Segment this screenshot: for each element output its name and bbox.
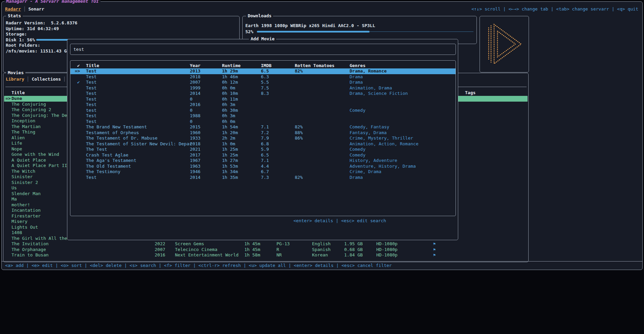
movie-title: Sinister (12, 174, 33, 180)
result-row[interactable]: Test00h 0m (70, 119, 456, 125)
result-title: Test (86, 91, 96, 97)
result-title: The Old Testament (86, 164, 131, 169)
result-row[interactable]: The Brand New Testament20151h 54m7.182%C… (70, 124, 456, 130)
result-title: Test (86, 175, 96, 181)
movie-row[interactable]: The Invitation2022Screen Gems1h 45mPG-13… (4, 241, 528, 247)
result-row[interactable]: The Old Testament19631h 53m4.4Adventure,… (70, 164, 456, 169)
movie-studio: Screen Gems (175, 241, 204, 247)
result-genres: Drama (350, 175, 363, 181)
movie-studio: Telecinco Cinema (175, 247, 217, 253)
result-imdb: 7.3 (261, 175, 269, 181)
movie-title: Alien (12, 135, 25, 141)
managarr-logo-icon (480, 16, 528, 71)
result-row[interactable]: The Testament of Dr. Mabuse19332h 2m7.98… (70, 135, 456, 141)
movie-title: Us (12, 185, 17, 191)
keybinding-hints-top: <↑↓> scroll | <←→> change tab | <tab> ch… (471, 6, 638, 12)
movie-title: Life (12, 141, 22, 146)
result-genres: Drama, Romance (350, 68, 387, 74)
result-genres: Comedy (350, 108, 365, 113)
result-imdb: 6.8 (261, 141, 269, 147)
result-runtime: 2h 2m (222, 135, 235, 141)
movie-title: A Quiet Place Part II (12, 163, 67, 169)
result-runtime: 1h 27m (222, 158, 238, 164)
results-header-imdb: IMDB (261, 63, 271, 68)
tab-radarr[interactable]: Radarr (5, 6, 21, 12)
movie-title: Dune (12, 96, 22, 102)
result-imdb: 5.9 (261, 147, 269, 152)
movie-size: 1.84 GB (344, 252, 363, 258)
result-row[interactable]: test00h 30mComedy (70, 108, 456, 113)
result-runtime: 0h 10m (222, 91, 238, 97)
result-row[interactable]: Test20160h 3m (70, 102, 456, 108)
movie-size: 0.68 GB (344, 247, 363, 253)
result-row[interactable]: The Test20211h 25m5.9Comedy (70, 147, 456, 152)
result-row[interactable]: =>Test20131h 29m6.582%Drama, Romance (70, 68, 456, 74)
result-imdb: 7.1 (261, 158, 269, 164)
result-title: Test (86, 68, 96, 74)
result-year: 2021 (190, 147, 200, 152)
result-year: 2018 (190, 74, 200, 80)
result-title: Crash Test Aglae (86, 152, 128, 158)
result-year: 1999 (190, 85, 200, 91)
result-year: 0 (190, 97, 193, 102)
movie-title: The Conjuring 2 (12, 107, 51, 113)
tab-separator: │ (27, 77, 29, 82)
movie-title: Misery (12, 219, 27, 225)
movie-title: The Orphanage (12, 247, 46, 253)
tab-sonarr[interactable]: Sonarr (28, 6, 44, 12)
movie-year: 2022 (155, 241, 165, 247)
result-year: 2016 (190, 102, 200, 108)
result-imdb: 5.5 (261, 80, 269, 85)
movie-title: Lights Out (12, 225, 38, 230)
result-title: Test (86, 85, 96, 91)
result-row[interactable]: Test00h 11m (70, 97, 456, 102)
result-runtime: 1h 34m (222, 169, 238, 175)
result-title: The Aga's Testament (86, 158, 136, 164)
movie-row[interactable]: Train to Busan2016Next Entertainment Wor… (4, 252, 528, 258)
tab-library[interactable]: Library (6, 77, 24, 82)
result-check: => (75, 68, 80, 74)
result-row[interactable]: Test20181h 46m6.3Drama (70, 74, 456, 80)
result-runtime: 0h 3m (222, 113, 235, 119)
movie-title: 1408 (12, 230, 22, 236)
result-year: 1933 (190, 135, 200, 141)
result-row[interactable]: Test20140h 10m8.3Drama, Science Fiction (70, 91, 456, 97)
movie-quality: HD-1080p (376, 241, 398, 247)
result-genres: Comedy, Fantasy (350, 124, 389, 130)
result-year: 1963 (190, 164, 200, 169)
result-row[interactable]: The Testimony19461h 34m6.7Crime, Drama (70, 169, 456, 175)
result-row[interactable]: The Testament of Sister New Devil: Depar… (70, 141, 456, 147)
movie-title: The Invitation (12, 241, 49, 247)
result-row[interactable]: Test19990h 0m7.5Animation, Drama (70, 85, 456, 91)
result-title: Test (86, 97, 96, 102)
result-runtime: 0h 30m (222, 108, 238, 113)
result-row[interactable]: ✔Test20070h 12m5.5Drama (70, 80, 456, 85)
result-year: 0 (190, 108, 193, 113)
movie-title: The Witch (12, 169, 35, 174)
result-row[interactable]: Test19880h 3m (70, 113, 456, 119)
result-row[interactable]: Test20141h 35m7.382%Drama (70, 175, 456, 181)
movie-rating: NR (276, 252, 282, 258)
result-year: 1946 (190, 169, 200, 175)
result-row[interactable]: Crash Test Aglae20171h 25m6.5Comedy (70, 152, 456, 158)
keybinding-hints-bottom: <a> add | <e> edit | <o> sort | <del> de… (5, 263, 392, 268)
tab-collections[interactable]: Collections (32, 77, 61, 82)
stat-version: Radarr Version:5.2.6.8376 (6, 20, 77, 26)
result-year: 2015 (190, 124, 200, 130)
add-movie-modal-hint: <enter> details | <esc> edit search (293, 218, 386, 223)
result-row[interactable]: Testament of Orpheus19601h 20m7.288%Fant… (70, 130, 456, 136)
result-year: 0 (190, 119, 193, 125)
result-imdb: 6.3 (261, 74, 269, 80)
result-runtime: 1h 0m (222, 141, 235, 147)
result-runtime: 1h 46m (222, 74, 238, 80)
logo-panel (480, 16, 529, 72)
movie-title: Incantation (12, 208, 41, 213)
movie-language: Korean (312, 252, 328, 258)
add-movie-search-input[interactable] (70, 44, 456, 55)
result-title: Test (86, 113, 96, 119)
result-row[interactable]: The Aga's Testament19671h 27m7.1History,… (70, 158, 456, 164)
result-title: The Testament of Dr. Mabuse (86, 135, 157, 141)
add-movie-results-box: ✔ Title Year Runtime IMDB Rotten Tomatoe… (70, 60, 456, 216)
movie-row[interactable]: The Orphanage2007Telecinco Cinema1h 45mR… (4, 247, 528, 253)
app-frame: Managarr - A Servarr management TUI Rada… (1, 1, 643, 270)
